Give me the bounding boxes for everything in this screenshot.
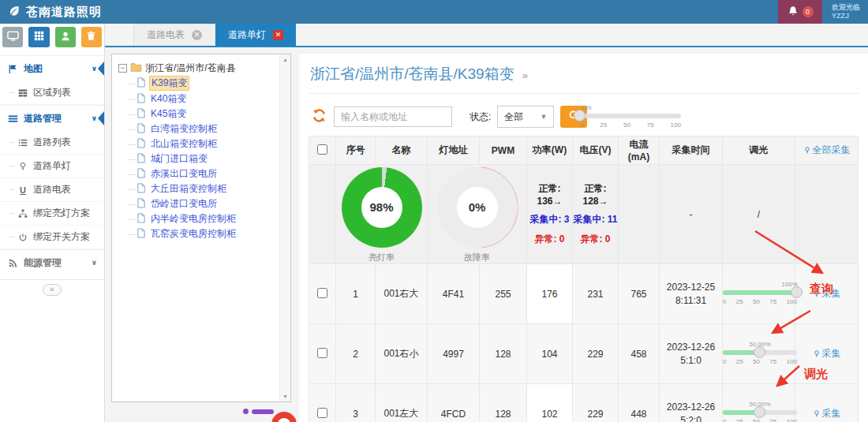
tab-road-single-light[interactable]: 道路单灯 ✕ [215, 24, 296, 46]
file-icon [137, 168, 146, 181]
slider-tick: 50 [753, 298, 760, 305]
tree-node[interactable]: 白湾箱变控制柜 [129, 121, 276, 136]
dim-cell: 50.00% 0255075100 [723, 324, 795, 384]
folder-icon [130, 62, 142, 75]
sidebar-item-road-meter[interactable]: U 道路电表 [0, 178, 104, 202]
status-select[interactable]: 全部 ▼ [497, 106, 554, 128]
tree-node[interactable]: 大丘田箱变控制柜 [129, 181, 276, 196]
sidebar-item-road-single-light[interactable]: 道路单灯 [0, 155, 104, 178]
slider-track[interactable] [723, 290, 797, 295]
sidebar-item-bind-switch-plan[interactable]: 绑定开关方案 [0, 226, 104, 249]
tree-scrollbar[interactable]: ▲ ▼ [279, 54, 290, 401]
file-icon [137, 183, 146, 196]
location-tree-panel: − 浙江省/温州市/苍南县 K39箱变 K40箱变 K45箱变 白湾箱变控制柜 … [111, 54, 291, 402]
chevron-down-icon: ∨ [92, 114, 97, 122]
voltage-cell: 229 [573, 324, 619, 384]
slider-tick: 75 [647, 121, 654, 129]
table-row: 3 001左大 4FCD 128 102 229 448 2023-12-265… [309, 384, 859, 422]
tree-node[interactable]: 瓦窑炭变电房控制柜 [129, 226, 276, 241]
slider-tick: 50 [753, 418, 760, 422]
desktop-button[interactable] [2, 27, 23, 47]
tree-node[interactable]: K39箱变 [129, 75, 276, 91]
slider-value-label: 0% [582, 104, 592, 111]
close-icon[interactable]: ✕ [273, 30, 283, 40]
tree-node[interactable]: 岱岭进口变电所 [129, 196, 276, 211]
user-button[interactable] [55, 27, 76, 47]
tree-node[interactable]: K45箱变 [129, 106, 276, 121]
row-dimming-slider[interactable]: 50.00% 0255075100 [723, 342, 797, 367]
refresh-button[interactable] [310, 108, 327, 125]
power-stats-cell: 正常:136→ 采集中: 3 异常: 0 [527, 165, 573, 264]
fault-rate-caption: 故障率 [428, 252, 526, 263]
tree-node[interactable]: 北山箱变控制柜 [129, 136, 276, 151]
seq-cell: 2 [336, 324, 376, 384]
notifications-button[interactable]: 0 [778, 0, 822, 24]
sidebar-group-label: 能源管理 [24, 256, 62, 270]
sidebar-item-road-list[interactable]: 道路列表 [0, 131, 104, 155]
dim-cell: 50.00% 0255075100 [723, 384, 795, 422]
tab-road-meter[interactable]: 道路电表 ✕ [133, 24, 215, 46]
row-dimming-slider[interactable]: 100% 0255075100 [723, 282, 797, 307]
apps-button[interactable] [28, 27, 49, 47]
slider-handle[interactable] [754, 346, 765, 358]
row-checkbox[interactable] [317, 348, 327, 358]
fault-rate-value: 0% [457, 187, 498, 228]
search-input[interactable] [334, 106, 452, 127]
tree-node[interactable]: 城门进口箱变 [129, 151, 276, 166]
time-summary-cell: - [660, 165, 723, 264]
slider-track[interactable] [580, 114, 681, 118]
sidebar-item-area-list[interactable]: 区域列表 [0, 81, 104, 105]
sidebar-group-map[interactable]: 地图 ∨ [0, 55, 104, 81]
sidebar-collapse-button[interactable]: « [43, 284, 62, 296]
voltage-cell: 229 [573, 384, 619, 422]
tree-node[interactable]: 赤溪出口变电所 [129, 166, 276, 181]
column-header: 功率(W) [527, 136, 573, 165]
master-dimming-slider[interactable]: 0% 0255075100 [580, 105, 681, 130]
sidebar-group-energy[interactable]: 能源管理 ∨ [0, 249, 104, 275]
sidebar-item-bind-lighting-plan[interactable]: 绑定亮灯方案 [0, 202, 104, 226]
name-cell: 001右大 [376, 264, 428, 324]
breadcrumb: 浙江省/温州市/苍南县/K39箱变 [310, 65, 514, 82]
tree-node[interactable]: 内半岭变电房控制柜 [129, 211, 276, 226]
collect-all-button[interactable]: 全部采集 [803, 144, 851, 157]
purple-dot [243, 409, 249, 414]
seq-cell: 1 [336, 264, 376, 324]
tree-root-label: 浙江省/温州市/苍南县 [145, 62, 236, 75]
sidebar-group-label: 道路管理 [24, 112, 62, 125]
voltage-stats-cell: 正常:128→ 采集中: 11 异常: 0 [573, 165, 619, 264]
trash-button[interactable] [81, 27, 102, 47]
power-cell: 176 [527, 264, 573, 324]
sidebar-group-road-management[interactable]: 道路管理 ∨ [0, 105, 104, 131]
main-panel: 浙江省/温州市/苍南县/K39箱变» 状态: 全部 ▼ [299, 54, 868, 422]
tree-node[interactable]: K40箱变 [129, 91, 276, 106]
active-group-marker [98, 111, 104, 125]
scroll-up-icon[interactable]: ▲ [282, 57, 288, 62]
grid-icon [34, 31, 44, 43]
row-checkbox[interactable] [317, 288, 327, 298]
welcome-user[interactable]: 欢迎光临 YZZJ [822, 0, 868, 24]
tab-label: 道路单灯 [228, 28, 266, 42]
collect-button[interactable]: 采集 [813, 347, 841, 360]
tree-expander-icon[interactable]: − [118, 64, 127, 73]
row-checkbox[interactable] [317, 408, 327, 418]
slider-handle[interactable] [574, 110, 586, 121]
row-dimming-slider[interactable]: 50.00% 0255075100 [723, 401, 797, 422]
sidebar-item-label: 绑定亮灯方案 [33, 207, 90, 220]
tree-root-node[interactable]: − 浙江省/温州市/苍南县 [118, 62, 276, 75]
slider-ticks: 0255075100 [723, 358, 797, 365]
select-all-checkbox[interactable] [317, 144, 327, 155]
list-icon [17, 138, 28, 148]
collect-button[interactable]: 采集 [813, 407, 841, 420]
bell-icon [788, 6, 799, 19]
pwm-cell: 255 [480, 264, 527, 324]
collect-button[interactable]: 采集 [813, 287, 841, 301]
sitemap-icon [17, 209, 28, 218]
flag-icon [7, 64, 18, 74]
scroll-down-icon[interactable]: ▼ [282, 394, 288, 399]
slider-handle[interactable] [791, 286, 803, 298]
close-icon[interactable]: ✕ [192, 30, 202, 40]
app-title: 苍南道路照明 [26, 5, 102, 20]
file-icon [137, 93, 146, 106]
trash-icon [86, 31, 96, 43]
slider-handle[interactable] [754, 406, 765, 418]
